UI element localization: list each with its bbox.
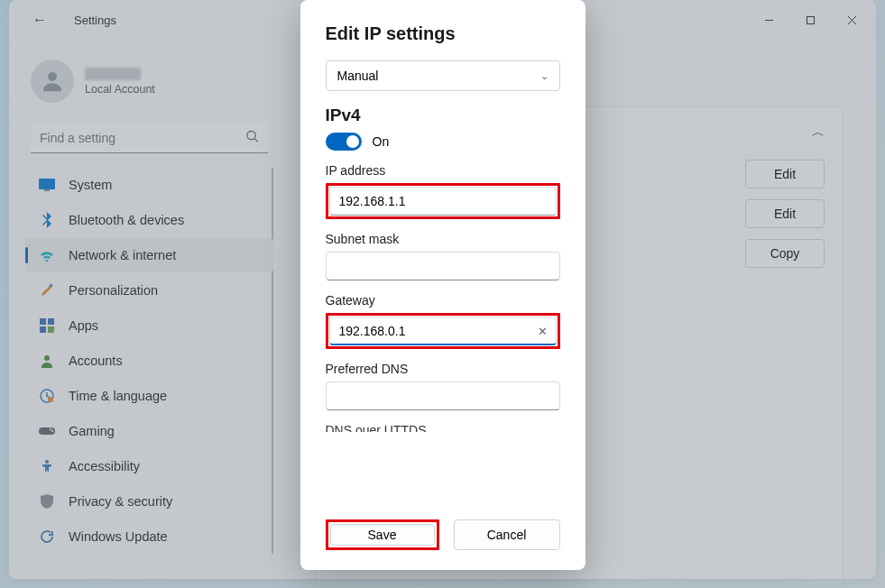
preferred-dns-label: Preferred DNS bbox=[326, 362, 560, 376]
save-button[interactable]: Save bbox=[330, 524, 435, 546]
ipv4-toggle[interactable] bbox=[326, 133, 362, 151]
clear-icon[interactable]: ✕ bbox=[538, 325, 548, 338]
gateway-label: Gateway bbox=[326, 293, 560, 308]
modal-overlay: Edit IP settings Manual ⌄ IPv4 On IP add… bbox=[0, 0, 885, 588]
ip-mode-value: Manual bbox=[337, 69, 379, 83]
chevron-down-icon: ⌄ bbox=[540, 70, 549, 82]
gateway-input[interactable] bbox=[329, 317, 557, 345]
cancel-button[interactable]: Cancel bbox=[454, 519, 560, 550]
subnet-mask-input[interactable] bbox=[326, 252, 560, 280]
dialog-title: Edit IP settings bbox=[326, 23, 560, 44]
subnet-mask-label: Subnet mask bbox=[326, 232, 560, 246]
edit-ip-dialog: Edit IP settings Manual ⌄ IPv4 On IP add… bbox=[300, 0, 585, 570]
ip-address-input[interactable] bbox=[329, 187, 557, 216]
preferred-dns-input[interactable] bbox=[326, 381, 560, 410]
dns-over-https-label: DNS ouer UTTDS bbox=[326, 423, 560, 432]
ip-address-label: IP address bbox=[326, 163, 560, 178]
ipv4-toggle-label: On bbox=[373, 134, 390, 149]
ipv4-heading: IPv4 bbox=[326, 106, 560, 125]
ip-mode-select[interactable]: Manual ⌄ bbox=[326, 60, 560, 91]
